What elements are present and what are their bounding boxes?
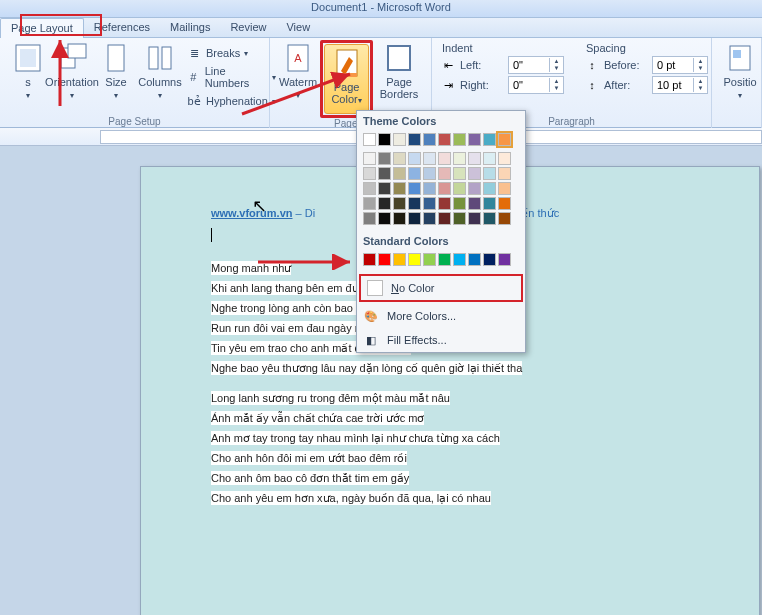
color-swatch[interactable]	[483, 212, 496, 225]
page-borders-button[interactable]: Page Borders	[373, 40, 425, 110]
color-swatch[interactable]	[408, 182, 421, 195]
color-swatch[interactable]	[393, 133, 406, 146]
color-swatch[interactable]	[423, 182, 436, 195]
color-swatch[interactable]	[498, 253, 511, 266]
tab-references[interactable]: References	[84, 18, 160, 38]
color-swatch[interactable]	[483, 152, 496, 165]
color-swatch[interactable]	[423, 212, 436, 225]
color-swatch[interactable]	[378, 212, 391, 225]
color-swatch[interactable]	[498, 197, 511, 210]
color-swatch[interactable]	[363, 152, 376, 165]
color-swatch[interactable]	[453, 197, 466, 210]
color-swatch[interactable]	[423, 167, 436, 180]
color-swatch[interactable]	[468, 133, 481, 146]
color-swatch[interactable]	[438, 133, 451, 146]
color-swatch[interactable]	[408, 197, 421, 210]
breaks-button[interactable]: ≣Breaks ▾	[184, 44, 278, 62]
color-swatch[interactable]	[393, 212, 406, 225]
color-swatch[interactable]	[393, 253, 406, 266]
color-swatch[interactable]	[483, 253, 496, 266]
color-swatch[interactable]	[393, 197, 406, 210]
color-swatch[interactable]	[378, 167, 391, 180]
spacing-after-spinner[interactable]: ▲▼	[652, 76, 708, 94]
page-color-button[interactable]: Page Color▾	[324, 44, 369, 114]
color-swatch[interactable]	[363, 133, 376, 146]
color-swatch[interactable]	[483, 197, 496, 210]
size-button[interactable]: Size▾	[94, 40, 138, 110]
color-swatch[interactable]	[483, 167, 496, 180]
tab-view[interactable]: View	[276, 18, 320, 38]
group-arrange: Positio▾	[712, 38, 762, 128]
color-swatch[interactable]	[438, 197, 451, 210]
orientation-button[interactable]: Orientation▾	[50, 40, 94, 110]
color-swatch[interactable]	[393, 152, 406, 165]
color-swatch[interactable]	[378, 133, 391, 146]
indent-right-spinner[interactable]: ▲▼	[508, 76, 564, 94]
fill-effects-item[interactable]: ◧ Fill Effects...	[357, 328, 525, 352]
color-swatch[interactable]	[408, 167, 421, 180]
color-swatch[interactable]	[453, 182, 466, 195]
color-swatch[interactable]	[438, 212, 451, 225]
color-swatch[interactable]	[468, 182, 481, 195]
color-swatch[interactable]	[498, 152, 511, 165]
svg-rect-11	[388, 46, 410, 70]
tab-review[interactable]: Review	[220, 18, 276, 38]
color-swatch[interactable]	[408, 253, 421, 266]
color-swatch[interactable]	[453, 133, 466, 146]
color-swatch[interactable]	[423, 152, 436, 165]
color-swatch[interactable]	[468, 152, 481, 165]
color-swatch[interactable]	[468, 253, 481, 266]
more-colors-item[interactable]: 🎨 More Colors...	[357, 304, 525, 328]
color-swatch[interactable]	[378, 152, 391, 165]
color-swatch[interactable]	[393, 182, 406, 195]
color-swatch[interactable]	[408, 133, 421, 146]
color-swatch[interactable]	[453, 152, 466, 165]
spacing-before-spinner[interactable]: ▲▼	[652, 56, 708, 74]
color-swatch[interactable]	[408, 212, 421, 225]
color-swatch[interactable]	[453, 212, 466, 225]
color-swatch[interactable]	[438, 253, 451, 266]
tab-mailings[interactable]: Mailings	[160, 18, 220, 38]
position-button[interactable]: Positio▾	[718, 40, 762, 110]
color-swatch[interactable]	[363, 167, 376, 180]
color-swatch[interactable]	[378, 182, 391, 195]
margins-button[interactable]: s▾	[6, 40, 50, 110]
color-swatch[interactable]	[378, 253, 391, 266]
line-numbers-button[interactable]: #Line Numbers ▾	[184, 64, 278, 90]
color-swatch[interactable]	[483, 182, 496, 195]
color-swatch[interactable]	[363, 182, 376, 195]
no-color-item[interactable]: No Color	[359, 274, 523, 302]
color-swatch[interactable]	[498, 182, 511, 195]
color-swatch[interactable]	[438, 182, 451, 195]
color-swatch[interactable]	[483, 133, 496, 146]
color-swatch[interactable]	[423, 133, 436, 146]
color-swatch[interactable]	[423, 197, 436, 210]
color-swatch[interactable]	[453, 253, 466, 266]
hyphenation-button[interactable]: bẻHyphenation ▾	[184, 92, 278, 110]
watermark-button[interactable]: A Waterm▾	[276, 40, 320, 110]
color-swatch[interactable]	[468, 212, 481, 225]
color-swatch[interactable]	[453, 167, 466, 180]
spacing-after-input[interactable]	[653, 77, 693, 93]
indent-right-input[interactable]	[509, 77, 549, 93]
more-colors-icon: 🎨	[363, 308, 379, 324]
color-swatch[interactable]	[498, 212, 511, 225]
color-swatch[interactable]	[423, 253, 436, 266]
spacing-before-input[interactable]	[653, 57, 693, 73]
color-swatch[interactable]	[363, 253, 376, 266]
indent-left-spinner[interactable]: ▲▼	[508, 56, 564, 74]
color-swatch[interactable]	[438, 152, 451, 165]
tab-page-layout[interactable]: Page Layout	[0, 18, 84, 38]
columns-button[interactable]: Columns▾	[138, 40, 182, 110]
color-swatch[interactable]	[363, 212, 376, 225]
color-swatch[interactable]	[468, 167, 481, 180]
color-swatch[interactable]	[498, 167, 511, 180]
color-swatch[interactable]	[393, 167, 406, 180]
color-swatch[interactable]	[408, 152, 421, 165]
color-swatch[interactable]	[438, 167, 451, 180]
color-swatch[interactable]	[468, 197, 481, 210]
color-swatch[interactable]	[363, 197, 376, 210]
color-swatch[interactable]	[498, 133, 511, 146]
color-swatch[interactable]	[378, 197, 391, 210]
indent-left-input[interactable]	[509, 57, 549, 73]
